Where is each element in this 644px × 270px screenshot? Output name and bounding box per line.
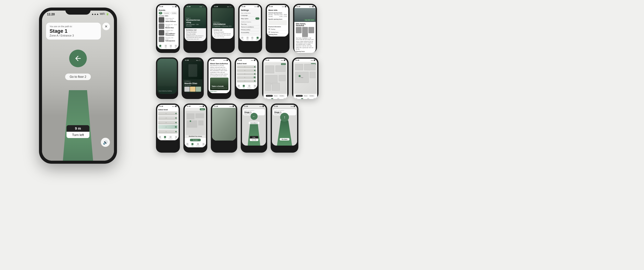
btn-rooms-2[interactable]: Rooms [303,95,308,97]
nav-more[interactable]: More [203,143,205,147]
sound-button[interactable]: 🔊 [101,138,110,147]
phone-notch [65,8,91,15]
nav-map[interactable]: Map [165,45,167,48]
phones-row-2: SARA Today its open 09:00 - 20:00 Sara K… [156,57,318,99]
nav-map[interactable]: Map [164,136,166,140]
map1-bottom-nav: Events Map Navigate More [263,97,287,99]
save-btn[interactable]: Save [200,108,205,110]
nav-settings[interactable]: Settings [256,37,259,40]
sp-status-musik: 11:25 ▲▲⬛ [185,5,206,8]
hotel-description: Elite Hotels, Skellefteå is a full-servi… [296,38,314,50]
sp-time: 11:25 [296,6,300,7]
exhibit-thumb-1 [184,87,190,92]
floor-b-5[interactable]: 5 [158,111,178,115]
mando-figure [188,64,197,77]
nav-map[interactable]: Map [301,98,303,99]
floor-b-1[interactable]: 1 [158,129,178,133]
settings-language[interactable]: Language› [241,14,259,17]
settings-map[interactable]: Map option [241,17,259,20]
nav-info[interactable]: Info [251,37,253,40]
btn-streetwalk[interactable]: Streetwalk [266,95,273,97]
events-title: Events [159,9,177,11]
settings-privacy[interactable]: Privacy policy› [241,28,259,31]
floor-b-2[interactable]: 2 [158,125,178,129]
nav-map[interactable]: Map [191,143,193,147]
settings-terms[interactable]: Terms & conditions› [241,26,259,28]
map-room [265,65,274,73]
info-stairs: Sorting hours [268,31,287,34]
select-level-title-b: Select level [158,109,178,111]
location-label: Skellefteå City Library [189,136,202,137]
settings-tour[interactable]: Tour key› [241,23,259,26]
nav-nav[interactable]: Navigate [247,85,251,88]
nav-map[interactable]: Map [271,98,273,99]
nav-nav[interactable]: Navigate [169,136,173,140]
take-break-image: Take a break Experience tranquil through… [210,78,228,90]
nav-nav[interactable]: Navigate [306,98,310,99]
nav-map[interactable]: Map [247,37,249,40]
nav-map[interactable]: Map [243,85,245,88]
settings-phone: 11:25 ▲▲⬛ Settings App configuration Lan… [238,4,262,53]
btn-facilities-2[interactable]: Facilities [309,95,315,97]
settings-bottom-nav: Events Map Info Settings [239,36,261,41]
select-level-bottom-phone: 11:26 ▲▲⬛ Select level 5 4 3 2 1 Events … [156,104,180,153]
specific-hours: Specific opening hours [268,18,287,20]
map-room [279,75,286,81]
settings-title: Settings [241,9,259,11]
floor-item-1[interactable]: 1 [237,79,256,82]
pricing-info: Pricing information [186,31,205,33]
btn-streetwalk-2[interactable]: Streetwalk [296,95,303,97]
nav-info[interactable]: Info [170,45,172,48]
filter-exhibits[interactable]: Exhibits [171,12,178,14]
event-item: Thursday 14th - 13:00Yellowjackets [159,37,177,42]
ar-go-here-chip[interactable]: Go here [280,138,290,141]
floor-b-3[interactable]: 3 [158,120,178,124]
ar-arrow-small[interactable]: ← [251,113,258,120]
go-here-btn[interactable]: Go here [190,139,200,141]
nav-subtitle: You are on the path to: [50,25,97,28]
nav-events[interactable]: Events [241,37,244,40]
sp-time: 11:25 [159,6,163,7]
nav-arrow-button[interactable] [69,50,87,67]
nav-events[interactable]: Events [265,98,268,99]
hours-chart [268,20,287,25]
events-month: October 2021 [159,15,177,17]
close-button[interactable]: ✕ [102,23,110,30]
ar-floor-btn-small[interactable]: Go to floor 2 [249,122,260,124]
additional-title: Additional Options [241,21,259,23]
hotel-phone: 11:25 ▲▲⬛ Open 09:00 - 04:00 Elite Hotel… [293,4,317,53]
about-text: Sara Kulturhus is a 20-story building, p… [210,65,228,77]
btn-facilities[interactable]: Facilities [279,95,285,97]
floor-b-4[interactable]: 4 [158,116,178,120]
nav-events[interactable]: Events [186,143,189,147]
nav-events[interactable]: Events [237,85,240,88]
settings-accessibility[interactable]: Accessibility› [241,31,259,34]
read-more[interactable]: Read more › [210,91,228,92]
sp-time: 11:26 [211,59,214,61]
filter-all[interactable]: All [159,12,162,14]
floor-item-5[interactable]: 5 [237,65,256,68]
exhibit-thumb-2 [190,87,195,92]
floor-item-2[interactable]: 2 [237,76,256,79]
nav-events[interactable]: Events [158,136,162,140]
mando-phone: 11:26 ▲▲⬛ Exhibitions Mando Diao 7th Oct… [182,57,204,99]
sara-building-label: Sara Kulturhus building [159,90,172,92]
nav-more[interactable]: More [175,136,177,140]
nav-more[interactable]: More [284,98,286,99]
nav-more[interactable]: More [175,45,177,48]
nav-events[interactable]: Events [295,98,298,99]
floor-button[interactable]: Go to floor 2 [65,74,91,80]
nav-more[interactable]: More [254,85,256,88]
sp-time: 11:26 [214,6,218,7]
ar-up-arrow[interactable]: ↑ [280,113,289,122]
nav-events[interactable]: Events [159,45,162,48]
nav-nav[interactable]: Navigate [276,98,280,99]
nav-nav[interactable]: Navigate [196,143,200,147]
btn-rooms[interactable]: Rooms [273,95,278,97]
floor-item-4[interactable]: 4 [237,69,256,72]
filter-concerts[interactable]: Concerts [163,12,170,14]
floor-item-3[interactable]: 3 [237,72,256,75]
sp-status-sl1: 11:25 ▲▲⬛ [236,59,257,62]
nav-more[interactable]: More [313,98,316,99]
turn-label: Turn left [66,132,89,138]
